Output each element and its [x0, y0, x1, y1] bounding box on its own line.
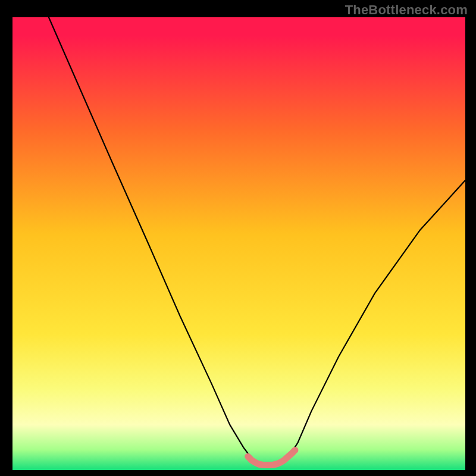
- watermark-text: TheBottleneck.com: [345, 2, 468, 18]
- chart-canvas: TheBottleneck.com: [0, 0, 476, 476]
- gradient-background: [12, 17, 465, 470]
- bottleneck-plot: [0, 0, 476, 476]
